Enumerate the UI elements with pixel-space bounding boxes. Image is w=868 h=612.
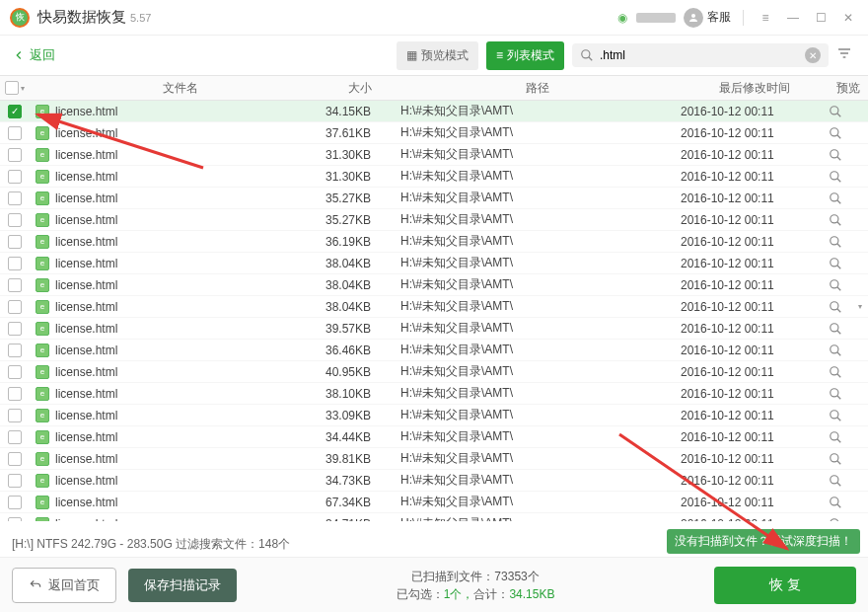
toolbar: 返回 ▦ 预览模式 ≡ 列表模式 ✕ bbox=[0, 36, 868, 75]
svg-point-10 bbox=[831, 279, 838, 287]
minimize-icon[interactable]: — bbox=[783, 8, 803, 28]
row-checkbox[interactable] bbox=[8, 213, 22, 227]
file-time: 2016-10-12 00:11 bbox=[681, 344, 829, 357]
row-checkbox[interactable]: ✓ bbox=[8, 105, 22, 118]
col-name[interactable]: 文件名 bbox=[30, 80, 326, 97]
preview-button[interactable] bbox=[829, 474, 868, 488]
clear-search-icon[interactable]: ✕ bbox=[805, 47, 821, 63]
preview-button[interactable] bbox=[829, 105, 868, 118]
preview-button[interactable] bbox=[829, 300, 868, 314]
table-row[interactable]: elicense.html39.57KBH:\#未知父目录\AMT\2016-1… bbox=[0, 318, 868, 340]
table-row[interactable]: elicense.html38.10KBH:\#未知父目录\AMT\2016-1… bbox=[0, 383, 868, 405]
row-checkbox[interactable] bbox=[8, 452, 22, 466]
row-checkbox[interactable] bbox=[8, 365, 22, 379]
row-checkbox[interactable] bbox=[8, 148, 22, 162]
file-time: 2016-10-12 00:11 bbox=[681, 213, 829, 227]
preview-button[interactable] bbox=[829, 278, 868, 292]
preview-button[interactable] bbox=[829, 344, 868, 357]
grid-icon: ▦ bbox=[406, 48, 417, 62]
file-path: H:\#未知父目录\AMT\ bbox=[395, 320, 681, 337]
row-checkbox[interactable] bbox=[8, 126, 22, 140]
preview-button[interactable] bbox=[829, 126, 868, 140]
table-row[interactable]: elicense.html36.19KBH:\#未知父目录\AMT\2016-1… bbox=[0, 231, 868, 253]
html-file-icon: e bbox=[36, 300, 49, 314]
svg-point-18 bbox=[831, 453, 838, 461]
file-size: 31.30KB bbox=[326, 170, 395, 184]
preview-mode-button[interactable]: ▦ 预览模式 bbox=[397, 41, 478, 70]
preview-button[interactable] bbox=[829, 452, 868, 466]
magnifier-icon bbox=[829, 474, 842, 488]
col-path[interactable]: 路径 bbox=[395, 80, 681, 97]
file-time: 2016-10-12 00:11 bbox=[681, 300, 829, 314]
preview-button[interactable] bbox=[829, 409, 868, 422]
magnifier-icon bbox=[829, 148, 842, 162]
home-button[interactable]: 返回首页 bbox=[12, 568, 116, 603]
svg-point-15 bbox=[831, 388, 838, 396]
back-link[interactable]: 返回 bbox=[12, 46, 55, 64]
row-checkbox[interactable] bbox=[8, 170, 22, 184]
row-checkbox[interactable] bbox=[8, 257, 22, 270]
file-path: H:\#未知父目录\AMT\ bbox=[395, 103, 681, 119]
magnifier-icon bbox=[829, 496, 842, 509]
preview-button[interactable] bbox=[829, 191, 868, 205]
row-checkbox[interactable] bbox=[8, 474, 22, 488]
titlebar: 恢 快易数据恢复 5.57 ◉ 客服 ≡ — ☐ ✕ bbox=[0, 0, 868, 36]
preview-button[interactable] bbox=[829, 235, 868, 249]
row-checkbox[interactable] bbox=[8, 387, 22, 401]
row-checkbox[interactable] bbox=[8, 235, 22, 249]
preview-button[interactable] bbox=[829, 170, 868, 184]
svg-point-13 bbox=[831, 344, 838, 352]
recover-button[interactable]: 恢 复 bbox=[714, 567, 856, 604]
col-time[interactable]: 最后修改时间 bbox=[681, 80, 829, 97]
preview-button[interactable] bbox=[829, 322, 868, 336]
row-checkbox[interactable] bbox=[8, 409, 22, 422]
row-checkbox[interactable] bbox=[8, 300, 22, 314]
preview-button[interactable] bbox=[829, 517, 868, 522]
row-checkbox[interactable] bbox=[8, 430, 22, 444]
table-row[interactable]: elicense.html38.04KBH:\#未知父目录\AMT\2016-1… bbox=[0, 296, 868, 318]
save-scan-button[interactable]: 保存扫描记录 bbox=[128, 569, 237, 602]
row-checkbox[interactable] bbox=[8, 517, 22, 522]
customer-service[interactable]: 客服 bbox=[684, 8, 731, 28]
preview-button[interactable] bbox=[829, 430, 868, 444]
row-checkbox[interactable] bbox=[8, 278, 22, 292]
preview-button[interactable] bbox=[829, 148, 868, 162]
separator bbox=[743, 10, 744, 26]
file-time: 2016-10-12 00:11 bbox=[681, 170, 829, 184]
row-checkbox[interactable] bbox=[8, 496, 22, 509]
search-box[interactable]: ✕ bbox=[572, 43, 829, 67]
annotation-arrow-2 bbox=[610, 424, 827, 563]
table-row[interactable]: elicense.html35.27KBH:\#未知父目录\AMT\2016-1… bbox=[0, 209, 868, 231]
preview-button[interactable] bbox=[829, 387, 868, 401]
bottom-bar: 返回首页 保存扫描记录 已扫描到文件：73353个 已勾选：1个，合计：34.1… bbox=[0, 557, 868, 612]
table-row[interactable]: elicense.html38.04KBH:\#未知父目录\AMT\2016-1… bbox=[0, 274, 868, 296]
list-mode-button[interactable]: ≡ 列表模式 bbox=[486, 41, 564, 70]
magnifier-icon bbox=[829, 191, 842, 205]
preview-button[interactable] bbox=[829, 365, 868, 379]
maximize-icon[interactable]: ☐ bbox=[811, 8, 831, 28]
select-all-checkbox[interactable]: ▾ bbox=[0, 81, 30, 95]
row-checkbox[interactable] bbox=[8, 344, 22, 357]
preview-button[interactable] bbox=[829, 213, 868, 227]
preview-button[interactable] bbox=[829, 257, 868, 270]
table-row[interactable]: elicense.html35.27KBH:\#未知父目录\AMT\2016-1… bbox=[0, 188, 868, 209]
file-path: H:\#未知父目录\AMT\ bbox=[395, 211, 681, 228]
row-checkbox[interactable] bbox=[8, 191, 22, 205]
row-checkbox[interactable] bbox=[8, 322, 22, 336]
file-size: 39.81KB bbox=[326, 452, 395, 466]
html-file-icon: e bbox=[36, 235, 49, 249]
magnifier-icon bbox=[829, 300, 842, 314]
close-icon[interactable]: ✕ bbox=[838, 8, 858, 28]
preview-button[interactable] bbox=[829, 496, 868, 509]
table-row[interactable]: elicense.html36.46KBH:\#未知父目录\AMT\2016-1… bbox=[0, 340, 868, 361]
menu-icon[interactable]: ≡ bbox=[756, 8, 775, 28]
table-row[interactable]: elicense.html33.09KBH:\#未知父目录\AMT\2016-1… bbox=[0, 405, 868, 426]
col-size[interactable]: 大小▾ bbox=[326, 80, 395, 97]
filter-icon[interactable] bbox=[836, 45, 856, 65]
save-scan-label: 保存扫描记录 bbox=[144, 577, 221, 592]
file-size: 38.04KB bbox=[326, 257, 395, 270]
search-input[interactable] bbox=[600, 48, 799, 62]
table-row[interactable]: elicense.html38.04KBH:\#未知父目录\AMT\2016-1… bbox=[0, 253, 868, 274]
table-row[interactable]: elicense.html40.95KBH:\#未知父目录\AMT\2016-1… bbox=[0, 361, 868, 383]
notification-block[interactable]: ◉ bbox=[613, 8, 676, 28]
